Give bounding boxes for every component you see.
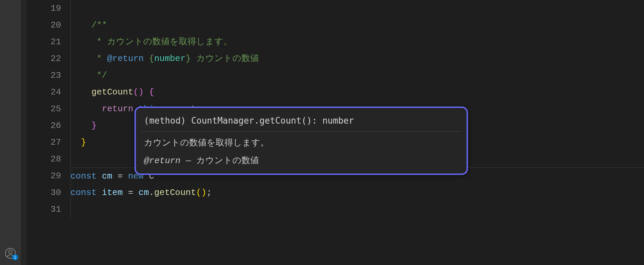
app-root: 1 19202122232425262728293031 /** * カウントの… <box>0 0 644 265</box>
code-token: () <box>196 188 207 198</box>
hover-return: @return — カウントの数値 <box>136 151 467 172</box>
line-number: 30 <box>27 184 61 201</box>
hover-return-text: カウントの数値 <box>196 156 259 166</box>
code-token: return <box>102 104 133 114</box>
code-line[interactable]: * @return {number} カウントの数値 <box>70 50 644 67</box>
sidebar-gap <box>21 0 27 265</box>
code-token: = <box>123 188 139 198</box>
code-token: } <box>81 137 86 147</box>
code-token <box>144 87 149 97</box>
account-icon[interactable]: 1 <box>5 248 16 259</box>
code-token: () <box>133 87 144 97</box>
hover-signature: (method) CountManager.getCount(): number <box>136 110 467 130</box>
code-token <box>97 188 102 198</box>
line-number: 24 <box>27 84 61 101</box>
code-token: = <box>112 171 128 181</box>
code-token: { <box>149 54 154 64</box>
code-token: * カウントの数値を取得します。 <box>97 37 232 47</box>
line-number: 21 <box>27 34 61 50</box>
code-token <box>97 171 102 181</box>
line-number: 27 <box>27 134 61 151</box>
code-token: } <box>185 54 191 64</box>
svg-point-1 <box>9 250 12 254</box>
hover-separator <box>141 131 462 132</box>
hover-return-sep: — <box>180 156 196 166</box>
code-token: @return <box>107 54 144 64</box>
code-token <box>70 137 81 147</box>
code-token: ; <box>207 188 212 198</box>
code-token <box>70 104 102 114</box>
line-number: 29 <box>27 168 61 184</box>
line-number-gutter: 19202122232425262728293031 <box>27 0 70 265</box>
code-token: * <box>97 54 107 64</box>
code-token: /** <box>91 20 107 30</box>
code-line[interactable]: * カウントの数値を取得します。 <box>70 34 644 50</box>
line-number: 31 <box>27 201 61 218</box>
code-token: { <box>149 87 154 97</box>
code-token: const <box>70 171 97 181</box>
hover-description: カウントの数値を取得します。 <box>136 133 467 151</box>
code-line[interactable] <box>70 201 644 218</box>
code-token: } <box>91 121 97 131</box>
editor[interactable]: 19202122232425262728293031 /** * カウントの数値… <box>27 0 644 265</box>
code-token: const <box>70 188 97 198</box>
line-number: 26 <box>27 117 61 134</box>
line-number: 20 <box>27 17 61 34</box>
code-line[interactable]: */ <box>70 67 644 84</box>
indent-guide <box>70 0 71 218</box>
line-number: 28 <box>27 151 61 168</box>
code-token <box>70 70 97 80</box>
code-token <box>70 87 91 97</box>
code-token: . <box>149 188 154 198</box>
activity-bar: 1 <box>0 0 21 265</box>
code-line[interactable]: /** <box>70 17 644 34</box>
code-line[interactable] <box>70 0 644 17</box>
code-token <box>70 20 91 30</box>
code-token: cm <box>102 171 112 181</box>
line-number: 19 <box>27 0 61 17</box>
account-badge: 1 <box>12 254 18 260</box>
hover-tooltip: (method) CountManager.getCount(): number… <box>135 107 468 175</box>
code-token: */ <box>97 70 107 80</box>
hover-return-tag: @return <box>144 156 180 166</box>
line-number: 25 <box>27 101 61 117</box>
code-token: カウントの数値 <box>191 54 259 64</box>
code-line[interactable]: const item = cm.getCount(); <box>70 184 644 201</box>
line-number: 22 <box>27 50 61 67</box>
code-token <box>144 54 149 64</box>
code-token: getCount <box>154 188 196 198</box>
code-token: item <box>102 188 123 198</box>
code-line[interactable]: getCount() { <box>70 84 644 101</box>
code-token: number <box>154 54 186 64</box>
code-token <box>70 54 97 64</box>
code-token <box>70 37 97 47</box>
code-token: cm <box>139 188 149 198</box>
code-token: getCount <box>91 87 133 97</box>
code-token <box>70 121 91 131</box>
line-number: 23 <box>27 67 61 84</box>
